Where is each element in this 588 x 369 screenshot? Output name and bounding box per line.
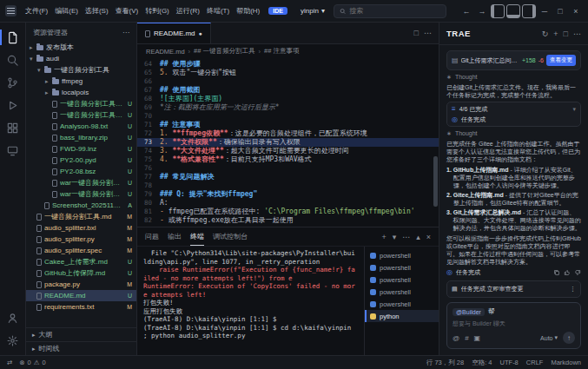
cursor-position[interactable]: 行 73，列 28 [426, 359, 464, 367]
app-logo-icon[interactable] [5, 5, 17, 16]
chevron-down-icon[interactable]: ▾ [393, 233, 397, 241]
code-editor[interactable]: 64## 使用步骤655. 双击"一键分割"按钮6667## 使用截图68![主… [137, 58, 439, 227]
more-actions-icon[interactable]: ⋯ [122, 29, 129, 36]
more-actions-icon[interactable]: ⋯ [573, 30, 581, 38]
tree-item[interactable]: Screenshot_20251104235601.pngA [26, 200, 136, 211]
code-line[interactable]: 743. **大文件处理**：超大音频文件可能需要更长的处理时间 [137, 147, 439, 155]
code-line[interactable]: 77## 常见问题解决 [137, 173, 439, 181]
indentation-setting[interactable]: 空格: 4 [472, 359, 492, 367]
menu-item[interactable]: 编辑(E) [51, 4, 82, 17]
editor-tab-readme[interactable]: README.md ● [137, 23, 211, 43]
code-line[interactable]: 82- 或将ffmpeg.exe放在工具目录一起使用 [137, 216, 439, 225]
toggle-panel-icon[interactable] [506, 4, 520, 18]
code-line[interactable]: 70 [137, 112, 439, 121]
code-line[interactable]: 76 [137, 164, 439, 173]
minimize-icon[interactable]: ─ [538, 4, 552, 18]
menu-item[interactable]: 查看(V) [112, 4, 142, 17]
tree-item[interactable]: war一键音频分割工具.bxlU [26, 188, 136, 200]
menu-item[interactable]: 选择(S) [82, 4, 112, 17]
code-line[interactable]: 68![主界面](主界面) [137, 95, 439, 103]
nav-back-icon[interactable]: ← [459, 4, 473, 18]
tree-item[interactable]: Analyson-98.txtU [26, 121, 136, 132]
tree-item[interactable]: README.mdU [26, 290, 136, 301]
send-button[interactable]: ↑ [563, 332, 575, 344]
image-icon[interactable]: ▣ [474, 334, 481, 342]
tree-item[interactable]: FWD-99.lnzU [26, 143, 136, 155]
terminal-session[interactable]: python [365, 310, 439, 322]
extensions-icon[interactable] [0, 116, 26, 139]
scrollbar-thumb[interactable] [433, 156, 438, 207]
tree-item[interactable]: 一键音频分割工具.exeU [26, 98, 136, 109]
source-control-icon[interactable] [0, 71, 26, 94]
tree-item[interactable]: package.pyM [26, 279, 136, 290]
maximize-panel-icon[interactable]: ▴ [416, 233, 420, 241]
tree-item[interactable]: 一键音频分割工具.pkgU [26, 109, 136, 121]
encoding-setting[interactable]: UTF-8 [500, 359, 519, 366]
terminal-output[interactable]: File "C:\Python314\Lib\site-packages\PyI… [137, 247, 364, 355]
changed-file-card[interactable]: ▤ Git上传需求汇总问题解决.md +158 -6 查看变更 [446, 50, 581, 70]
close-icon[interactable]: × [569, 4, 583, 18]
breadcrumb-item[interactable]: ## 一键音频分割工具 [194, 47, 254, 56]
history-icon[interactable]: ↻ [542, 30, 549, 38]
menu-item[interactable]: 文件(F) [22, 4, 51, 17]
thought-toggle[interactable]: ∗ Thought [446, 73, 581, 81]
thought-toggle[interactable]: ∗ Thought [446, 129, 581, 137]
panel-tab[interactable]: 调试控制台 [213, 227, 248, 246]
code-line[interactable]: 78 [137, 181, 439, 190]
tree-item[interactable]: GitHub上传保障.mdU [26, 267, 136, 279]
problems-indicator[interactable]: ⊗ 0 ⚠ 0 [19, 359, 45, 366]
tree-item[interactable]: war一键音频分割工具.txtU [26, 177, 136, 188]
code-line[interactable]: 655. 双击"一键分割"按钮 [137, 69, 439, 77]
code-line[interactable]: 721. **ffmpeg依赖**：这是必要的音频处理组件，已配置系统环境 [137, 129, 439, 138]
close-panel-icon[interactable]: × [426, 233, 431, 241]
chat-input-box[interactable]: @Builder 帮 想要与 Builder 聊天 @ # ▣ Auto ▾ ↑ [446, 302, 581, 349]
panel-tab[interactable]: 终端 [190, 227, 204, 246]
split-editor-icon[interactable]: □ [414, 29, 419, 37]
tree-item[interactable]: audio_splitter.pyM [26, 234, 136, 245]
panel-tab[interactable]: 问题 [145, 227, 159, 246]
language-mode[interactable]: Markdown [551, 359, 581, 366]
run-debug-icon[interactable] [0, 94, 26, 116]
mention-icon[interactable]: @ [453, 334, 459, 342]
code-line[interactable]: 66 [137, 77, 439, 86]
tree-item[interactable]: 一键音频分割工具.mdM [26, 211, 136, 222]
kebab-menu-icon[interactable]: ⋮ [570, 286, 576, 293]
thumbs-up-icon[interactable] [564, 269, 571, 276]
tree-item[interactable]: PY2-08.bszU [26, 166, 136, 177]
code-line[interactable]: 80A: [137, 199, 439, 208]
account-icon[interactable] [0, 306, 26, 329]
more-actions-icon[interactable]: ⋯ [424, 29, 432, 37]
toggle-right-panel-icon[interactable] [522, 4, 536, 18]
new-chat-icon[interactable]: + [553, 30, 558, 38]
modified-dot-icon[interactable]: ● [199, 30, 202, 36]
nav-forward-icon[interactable]: → [475, 4, 489, 18]
breadcrumb-item[interactable]: README.md [146, 48, 185, 56]
tree-item[interactable]: ▾一键音频分割工具 [26, 64, 136, 76]
eol-setting[interactable]: CRLF [526, 359, 544, 366]
tree-item[interactable]: ▸localpois [26, 87, 136, 98]
tree-item[interactable]: ▸ffmpeg [26, 76, 136, 87]
menu-item[interactable]: 终端(T) [203, 4, 233, 17]
explorer-icon[interactable] [0, 26, 26, 49]
project-selector[interactable]: yinpin ▾ [301, 7, 325, 15]
terminal-session[interactable]: powershell [365, 249, 439, 261]
settings-icon[interactable] [0, 329, 26, 352]
mention-chip[interactable]: @Builder [453, 308, 485, 316]
breadcrumb-item[interactable]: ## 注意事项 [264, 47, 299, 56]
code-line[interactable]: 64## 使用步骤 [137, 60, 439, 69]
task-action-bar[interactable]: ▤ 任务完成 立即审查变更 ⋮ [446, 280, 581, 298]
panel-tab[interactable]: 输出 [168, 227, 182, 246]
toggle-sidebar-icon[interactable] [491, 4, 505, 18]
copy-icon[interactable] [553, 269, 560, 276]
tree-item[interactable]: requirements.txtM [26, 301, 136, 313]
menu-item[interactable]: 转到(G) [142, 4, 173, 17]
tree-item[interactable]: bass_library.zipU [26, 132, 136, 143]
tree-item[interactable]: ▸发布版本 [26, 42, 136, 53]
maximize-icon[interactable]: □ [553, 4, 567, 18]
terminal-session[interactable]: powershell [365, 286, 439, 298]
code-line[interactable]: 67## 使用截图 [137, 86, 439, 95]
tree-item[interactable]: ▾audi [26, 53, 136, 64]
menu-item[interactable]: 帮助(H) [233, 4, 263, 17]
global-search[interactable] [334, 4, 446, 18]
code-line[interactable]: 69*注：截图将在应用第一次运行后显示* [137, 103, 439, 112]
